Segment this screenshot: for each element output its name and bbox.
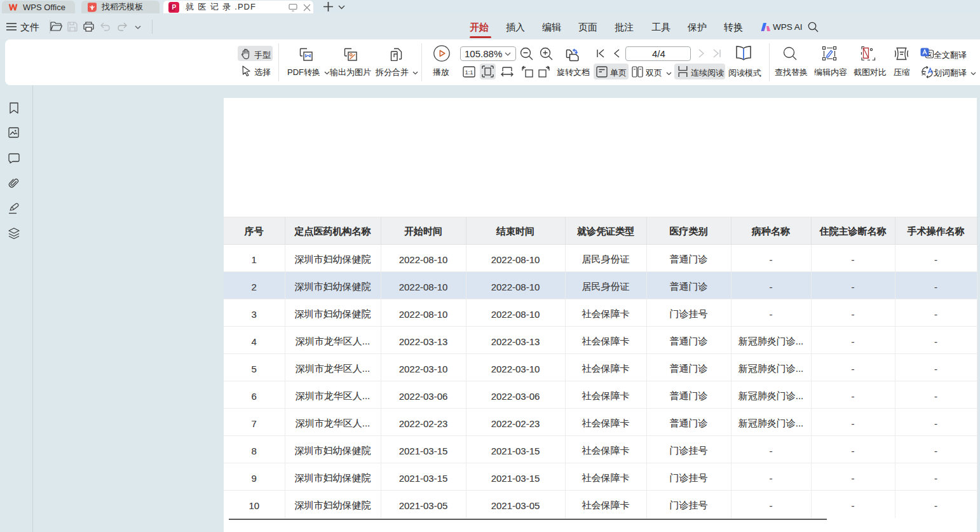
svg-text:P: P (172, 4, 177, 11)
svg-text:1:1: 1:1 (465, 69, 473, 76)
